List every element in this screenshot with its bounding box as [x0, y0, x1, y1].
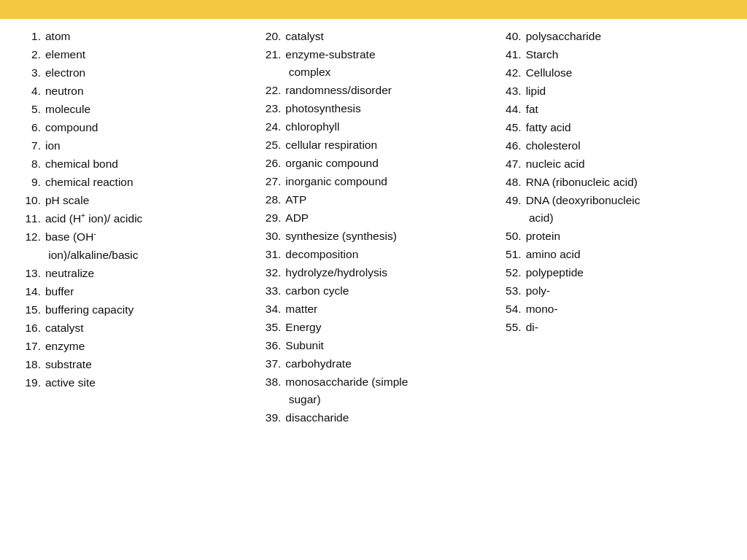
item-number: 6.	[18, 119, 41, 136]
list-item: 29.ADP	[258, 209, 489, 227]
item-number: 13.	[18, 265, 41, 282]
item-term: matter	[285, 300, 489, 318]
item-number: 18.	[18, 356, 41, 373]
item-term: polypeptide	[526, 264, 729, 281]
header	[0, 0, 747, 19]
list-item: 9.chemical reaction	[18, 174, 249, 191]
list-item: 26.organic compound	[258, 155, 489, 172]
item-number: 36.	[258, 337, 281, 354]
item-term: chemical bond	[45, 155, 249, 173]
item-term: di-	[526, 319, 729, 336]
list-item: 12.base (OH- ion)/alkaline/basic	[18, 228, 249, 263]
list-item: 4.neutron	[18, 82, 249, 100]
item-number: 2.	[18, 46, 41, 63]
item-term: disaccharide	[285, 409, 489, 427]
item-number: 25.	[258, 136, 281, 154]
item-number: 30.	[258, 228, 281, 245]
item-term: compound	[45, 119, 249, 136]
column-1: 1.atom2.element3.electron4.neutron5.mole…	[13, 28, 253, 553]
item-number: 17.	[18, 338, 41, 355]
item-term: DNA (deoxyribonucleic acid)	[526, 192, 729, 227]
item-number: 7.	[18, 137, 41, 155]
item-number: 10.	[18, 192, 41, 209]
list-item: 1.atom	[18, 28, 249, 45]
item-number: 37.	[258, 355, 281, 373]
item-number: 40.	[498, 28, 522, 45]
item-term: cholesterol	[526, 137, 729, 155]
list-item: 20.catalyst	[258, 28, 489, 45]
list-item: 51.amino acid	[498, 246, 729, 263]
list-item: 30.synthesize (synthesis)	[258, 228, 489, 245]
item-number: 1.	[18, 28, 41, 45]
item-term: carbohydrate	[285, 355, 489, 373]
list-item: 47.nucleic acid	[498, 155, 729, 173]
item-term: protein	[526, 228, 729, 245]
item-number: 47.	[498, 155, 522, 173]
list-item: 14.buffer	[18, 283, 249, 300]
item-number: 3.	[18, 64, 41, 82]
item-term: Starch	[526, 46, 729, 63]
item-number: 4.	[18, 82, 41, 100]
item-term: monosaccharide (simple sugar)	[285, 373, 489, 408]
item-term: catalyst	[45, 319, 249, 337]
item-number: 20.	[258, 28, 281, 45]
item-number: 45.	[498, 119, 522, 136]
item-term: inorganic compound	[285, 173, 489, 190]
item-number: 8.	[18, 155, 41, 173]
list-item: 34.matter	[258, 300, 489, 318]
item-number: 16.	[18, 319, 41, 337]
list-item: 19.active site	[18, 374, 249, 392]
list-item: 18.substrate	[18, 356, 249, 373]
vocab-list-3: 40.polysaccharide41.Starch42.Cellulose43…	[498, 28, 729, 336]
item-number: 33.	[258, 282, 281, 300]
list-item: 42.Cellulose	[498, 64, 729, 82]
item-number: 44.	[498, 101, 522, 118]
item-term: pH scale	[45, 192, 249, 209]
list-item: 48.RNA (ribonucleic acid)	[498, 174, 729, 191]
list-item: 39.disaccharide	[258, 409, 489, 427]
item-term: buffer	[45, 283, 249, 300]
item-term: nucleic acid	[526, 155, 729, 173]
item-number: 55.	[498, 319, 522, 336]
item-number: 28.	[258, 191, 281, 209]
item-term: base (OH- ion)/alkaline/basic	[45, 228, 249, 263]
item-term: ion	[45, 137, 249, 155]
item-term: ATP	[285, 191, 489, 209]
item-term: mono-	[526, 300, 729, 318]
list-item: 28.ATP	[258, 191, 489, 209]
item-number: 27.	[258, 173, 281, 190]
item-term: fatty acid	[526, 119, 729, 136]
list-item: 46.cholesterol	[498, 137, 729, 155]
list-item: 55.di-	[498, 319, 729, 336]
list-item: 7.ion	[18, 137, 249, 155]
list-item: 15.buffering capacity	[18, 301, 249, 319]
item-term: carbon cycle	[285, 282, 489, 300]
item-number: 42.	[498, 64, 522, 82]
item-term: acid (H+ ion)/ acidic	[45, 210, 249, 228]
item-number: 32.	[258, 264, 281, 281]
list-item: 13.neutralize	[18, 265, 249, 282]
item-number: 43.	[498, 82, 522, 100]
item-term: RNA (ribonucleic acid)	[526, 174, 729, 191]
item-number: 26.	[258, 155, 281, 172]
item-term: ADP	[285, 209, 489, 227]
list-item: 11.acid (H+ ion)/ acidic	[18, 210, 249, 228]
item-term: poly-	[526, 282, 729, 300]
item-term: neutron	[45, 82, 249, 100]
list-item: 21.enzyme-substrate complex	[258, 46, 489, 81]
list-item: 6.compound	[18, 119, 249, 136]
item-number: 23.	[258, 100, 281, 117]
list-item: 22.randomness/disorder	[258, 82, 489, 99]
item-term: Energy	[285, 319, 489, 336]
list-item: 32.hydrolyze/hydrolysis	[258, 264, 489, 281]
item-term: Cellulose	[526, 64, 729, 82]
item-number: 46.	[498, 137, 522, 155]
list-item: 50.protein	[498, 228, 729, 245]
item-number: 54.	[498, 300, 522, 318]
item-number: 35.	[258, 319, 281, 336]
item-term: enzyme-substrate complex	[285, 46, 489, 81]
item-number: 34.	[258, 300, 281, 318]
item-term: atom	[45, 28, 249, 45]
item-term: randomness/disorder	[285, 82, 489, 99]
item-term: fat	[526, 101, 729, 118]
